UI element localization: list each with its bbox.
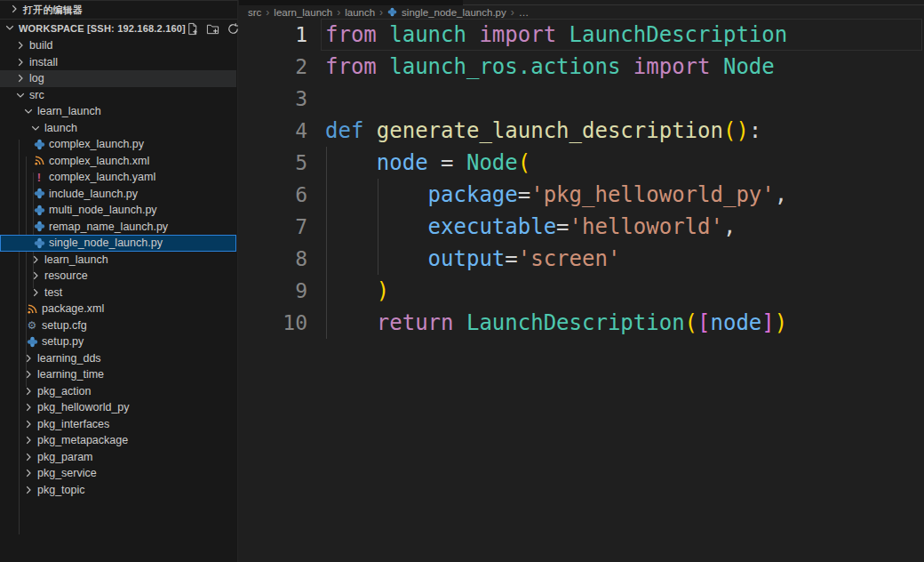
tree-item-label: learning_time [37,368,104,381]
tree-item-label: pkg_service [37,467,97,479]
tree-item-label: complex_launch.yaml [49,171,155,183]
tree-item-test[interactable]: test [0,285,236,301]
code-line-content: package='pkg_helloworld_py', [325,179,787,211]
code-line[interactable]: 6 package='pkg_helloworld_py', [239,179,924,211]
tree-item-include-launch-py[interactable]: include_launch.py [0,186,236,203]
chevron-right-icon [22,451,35,463]
code-line[interactable]: 3 [239,83,924,115]
chevron-right-icon [14,56,27,68]
code-area[interactable]: 1from launch import LaunchDescription2fr… [239,19,924,339]
tree-item-pkg-service[interactable]: pkg_service [0,465,236,482]
code-line-content: output='screen' [325,243,620,275]
tree-item-install[interactable]: install [0,54,236,71]
tree-item-remap-name-launch-py[interactable]: remap_name_launch.py [0,219,236,236]
chevron-right-icon [29,269,42,282]
line-number[interactable]: 6 [239,179,312,211]
tree-item-label: learn_launch [44,253,108,266]
tree-item-single-node-launch-py[interactable]: single_node_launch.py [0,235,236,252]
python-icon [33,138,45,150]
tree-item-pkg-topic[interactable]: pkg_topic [0,482,236,499]
line-number[interactable]: 4 [239,115,312,147]
breadcrumb-item[interactable]: learn_launch [274,7,332,18]
chevron-right-icon [29,286,42,299]
code-line-content: from launch import LaunchDescription [325,19,787,51]
code-line-content: node = Node( [325,147,530,179]
code-line[interactable]: 5 node = Node( [239,147,924,179]
line-number[interactable]: 1 [239,19,312,51]
code-line[interactable]: 8 output='screen' [239,243,924,275]
tree-item-label: build [29,39,52,52]
tree-item-pkg-interfaces[interactable]: pkg_interfaces [0,416,236,433]
chevron-right-icon [22,401,35,413]
code-line-content: from launch_ros.actions import Node [325,51,775,83]
vscode-window: { "colors": { "editor_bg": "#1f1f1f", "s… [0,0,924,562]
breadcrumb-item[interactable]: single_node_launch.py [402,7,506,18]
tree-item-multi-node-launch-py[interactable]: multi_node_launch.py [0,202,236,219]
chevron-right-icon [22,418,35,430]
xml-icon [33,155,45,167]
tree-item-complex-launch-xml[interactable]: complex_launch.xml [0,153,236,170]
workspace-section-header[interactable]: WORKSPACE [SSH: 192.168.2.160] [0,20,237,37]
tree-item-learn-launch[interactable]: learn_launch [0,252,236,269]
breadcrumb-item[interactable]: src [248,7,261,18]
chevron-down-icon [22,105,35,117]
chevron-down-icon [4,21,16,36]
tree-item-pkg-param[interactable]: pkg_param [0,449,236,466]
tree-item-pkg-metapackage[interactable]: pkg_metapackage [0,432,236,449]
tree-item-pkg-action[interactable]: pkg_action [0,383,236,400]
tree-item-label: multi_node_launch.py [49,204,157,216]
workspace-label: WORKSPACE [SSH: 192.168.2.160] [19,23,186,34]
line-number[interactable]: 7 [239,211,312,243]
tree-item-src[interactable]: src [0,87,236,104]
tree-item-label: pkg_metapackage [37,434,128,446]
tree-item-pkg-helloworld-py[interactable]: pkg_helloworld_py [0,399,236,416]
active-tab-sliver[interactable] [239,0,463,5]
tree-item-label: src [29,89,44,101]
tree-item-label: learn_launch [37,105,101,117]
code-line-content: def generate_launch_description(): [325,115,761,147]
python-icon [33,237,45,249]
new-folder-icon[interactable] [206,21,220,36]
chevron-down-icon [14,89,27,101]
tree-item-setup-py[interactable]: setup.py [0,333,236,350]
line-number[interactable]: 10 [239,307,312,339]
tree-item-label: log [29,72,44,84]
line-number[interactable]: 9 [239,275,312,307]
python-icon [33,188,45,200]
open-editors-section-header[interactable]: 打开的编辑器 [0,1,237,20]
breadcrumb-item[interactable]: launch [345,7,375,18]
tree-item-launch[interactable]: launch [0,120,236,137]
code-line[interactable]: 2from launch_ros.actions import Node [239,51,924,83]
new-file-icon[interactable] [186,21,200,36]
tree-item-package-xml[interactable]: package.xml [0,301,236,317]
chevron-right-icon [22,484,35,496]
line-number[interactable]: 8 [239,243,312,275]
tree-item-complex-launch-py[interactable]: complex_launch.py [0,136,236,153]
code-line[interactable]: 7 executable='helloworld', [239,211,924,243]
tree-item-log[interactable]: log [0,70,236,87]
tree-item-complex-launch-yaml[interactable]: !complex_launch.yaml [0,169,236,186]
code-line[interactable]: 4def generate_launch_description(): [239,115,924,147]
code-line[interactable]: 9 ) [239,275,924,307]
breadcrumb-item[interactable]: … [519,7,530,18]
tree-item-label: install [29,56,58,68]
tree-item-label: remap_name_launch.py [49,221,168,233]
line-number[interactable]: 3 [239,83,312,115]
tree-item-build[interactable]: build [0,37,236,54]
tree-item-learning-time[interactable]: learning_time [0,366,236,383]
tree-item-learning-dds[interactable]: learning_dds [0,350,236,367]
python-icon [33,221,45,233]
code-line[interactable]: 10 return LaunchDescription([node]) [239,307,924,339]
tree-item-label: test [44,286,62,299]
tree-item-learn-launch[interactable]: learn_launch [0,103,236,120]
tree-item-resource[interactable]: resource [0,268,236,285]
tree-item-label: complex_launch.xml [49,155,149,167]
line-number[interactable]: 5 [239,147,312,179]
tab-bar-sliver [239,0,924,5]
chevron-right-icon [14,39,27,52]
breadcrumb-separator: › [379,6,383,19]
code-line[interactable]: 1from launch import LaunchDescription [239,19,924,51]
editor-pane: src›learn_launch›launch›single_node_laun… [239,0,924,562]
tree-item-setup-cfg[interactable]: ⚙setup.cfg [0,317,236,334]
line-number[interactable]: 2 [239,51,312,83]
